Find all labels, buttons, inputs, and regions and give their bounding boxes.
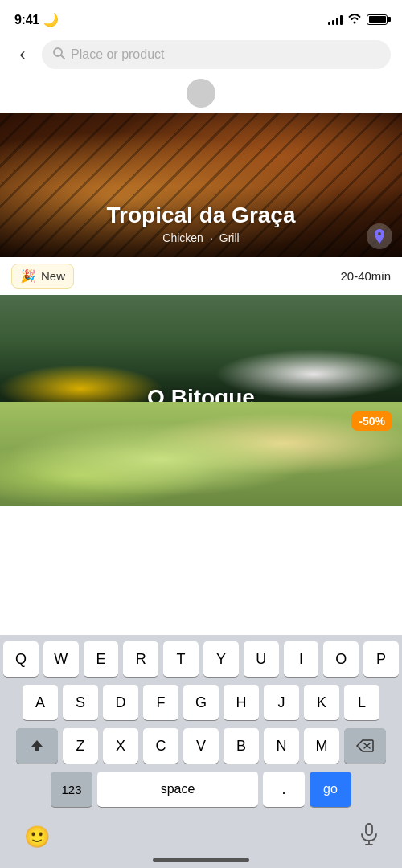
key-r[interactable]: R: [123, 641, 158, 677]
restaurant-card-3[interactable]: -50%: [0, 402, 402, 506]
period-key[interactable]: .: [263, 772, 305, 807]
card-tag-1a: Chicken: [162, 231, 203, 244]
key-m[interactable]: M: [304, 728, 339, 764]
new-badge-1: 🎉 New: [11, 264, 74, 289]
search-row: ‹ Place or product: [0, 35, 402, 77]
new-badge-emoji-1: 🎉: [20, 268, 36, 284]
key-t[interactable]: T: [163, 641, 199, 677]
search-placeholder: Place or product: [71, 47, 165, 62]
card-name-1: Tropical da Graça: [107, 203, 296, 228]
shift-key[interactable]: [16, 728, 58, 764]
key-j[interactable]: J: [264, 685, 299, 720]
card-tags-1: Chicken · Grill: [162, 231, 239, 244]
search-icon: [53, 47, 65, 62]
key-k[interactable]: K: [304, 685, 339, 720]
key-y[interactable]: Y: [203, 641, 239, 677]
card-image-3: -50%: [0, 402, 402, 506]
cards-area: Tropical da Graça Chicken · Grill 🎉 New …: [0, 113, 402, 506]
card-footer-1: 🎉 New 20-40min: [0, 257, 402, 295]
key-x[interactable]: X: [103, 728, 138, 764]
key-c[interactable]: C: [143, 728, 178, 764]
numbers-key[interactable]: 123: [51, 772, 92, 807]
status-bar: 9:41 🌙: [0, 0, 402, 35]
keyboard-rows: Q W E R T Y U I O P A S D F G H J K L: [0, 635, 402, 818]
home-indicator: [0, 854, 402, 868]
discount-badge-3: -50%: [351, 411, 392, 431]
svg-line-1: [61, 55, 64, 59]
card-tag-1b: Grill: [219, 231, 240, 244]
battery-icon: [367, 14, 388, 25]
key-row-2: A S D F G H J K L: [3, 685, 399, 720]
key-g[interactable]: G: [183, 685, 219, 720]
restaurant-card-1[interactable]: Tropical da Graça Chicken · Grill 🎉 New …: [0, 113, 402, 295]
signal-bars-icon: [328, 14, 343, 25]
key-i[interactable]: I: [284, 641, 319, 677]
back-button[interactable]: ‹: [11, 43, 34, 66]
key-h[interactable]: H: [224, 685, 259, 720]
key-z[interactable]: Z: [63, 728, 98, 764]
key-a[interactable]: A: [23, 685, 58, 720]
key-row-1: Q W E R T Y U I O P: [3, 641, 399, 677]
svg-rect-4: [366, 824, 372, 835]
key-v[interactable]: V: [183, 728, 219, 764]
key-b[interactable]: B: [224, 728, 259, 764]
back-icon: ‹: [19, 46, 25, 63]
delete-key[interactable]: [344, 728, 386, 764]
status-icons: [328, 13, 388, 27]
key-f[interactable]: F: [143, 685, 178, 720]
drag-handle[interactable]: [187, 79, 215, 108]
key-row-4: 123 space . go: [3, 772, 399, 807]
key-s[interactable]: S: [63, 685, 98, 720]
key-d[interactable]: D: [103, 685, 138, 720]
card-image-1: Tropical da Graça Chicken · Grill: [0, 113, 402, 257]
key-p[interactable]: P: [363, 641, 399, 677]
card-image-bg-3: [0, 402, 402, 506]
space-key[interactable]: space: [97, 772, 258, 807]
status-time: 9:41 🌙: [14, 12, 59, 27]
emoji-icon[interactable]: 🙂: [24, 825, 50, 850]
key-o[interactable]: O: [323, 641, 359, 677]
keyboard: Q W E R T Y U I O P A S D F G H J K L: [0, 635, 402, 868]
card-tag-dot-1: ·: [210, 231, 213, 244]
key-w[interactable]: W: [43, 641, 79, 677]
wifi-icon: [347, 13, 362, 27]
mic-icon[interactable]: [360, 823, 378, 850]
delivery-time-1: 20-40min: [340, 269, 391, 283]
card-overlay-1: Tropical da Graça Chicken · Grill: [0, 186, 402, 257]
key-n[interactable]: N: [264, 728, 299, 764]
key-row-3: Z X C V B N M: [3, 728, 399, 764]
keyboard-bottom-bar: 🙂: [0, 818, 402, 854]
go-key[interactable]: go: [310, 772, 351, 807]
key-u[interactable]: U: [244, 641, 279, 677]
drag-handle-row: [0, 77, 402, 113]
location-pin-1: [367, 223, 392, 249]
new-badge-label-1: New: [41, 269, 65, 283]
key-q[interactable]: Q: [3, 641, 39, 677]
search-bar[interactable]: Place or product: [42, 40, 391, 69]
key-e[interactable]: E: [84, 641, 119, 677]
home-bar: [153, 858, 249, 862]
key-l[interactable]: L: [344, 685, 379, 720]
